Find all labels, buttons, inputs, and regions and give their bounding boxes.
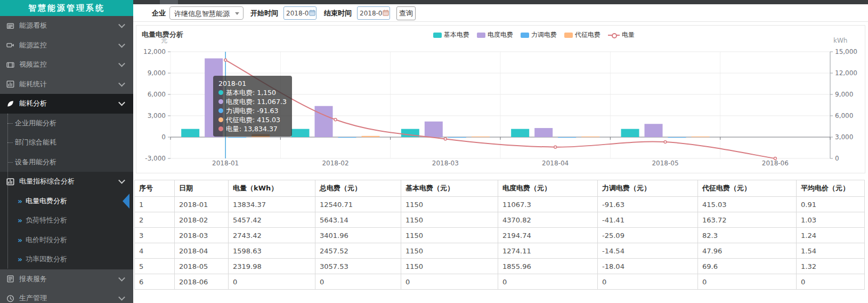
table-cell: 82.3 (698, 228, 797, 243)
sidebar-item-production-management[interactable]: 生产管理 (0, 289, 133, 303)
sidebar-item-energy-analysis[interactable]: 能耗分析 (0, 94, 133, 114)
table-cell: 415.03 (698, 197, 797, 212)
table-header-cell: 序号 (135, 180, 175, 197)
table-cell: 1150 (401, 243, 498, 259)
svg-text:2018-06: 2018-06 (762, 160, 789, 167)
sidebar-item-video-monitoring[interactable]: 视频监控 (0, 55, 133, 75)
svg-text:-3,000: -3,000 (145, 155, 166, 162)
sidebar-item-device-energy-analysis[interactable]: 设备用能分析 (0, 153, 133, 172)
bar-力调电费-2018-05 (668, 137, 686, 138)
table-cell: 1.03 (797, 212, 865, 228)
active-menu-arrow-icon (123, 194, 129, 209)
sidebar-item-load-characteristic-analysis[interactable]: »负荷特性分析 (0, 211, 133, 230)
bar-基本电费-2018-04 (511, 129, 529, 137)
table-header-cell: 电度电费（元） (498, 180, 598, 197)
table-header-cell: 基本电费（元） (401, 180, 498, 197)
table-cell: 4 (135, 243, 175, 259)
query-button[interactable]: 查询 (396, 6, 416, 20)
sidebar-item-label: 设备用能分析 (15, 157, 56, 167)
production-icon (6, 294, 14, 302)
svg-text:6,000: 6,000 (835, 112, 853, 119)
table-row: 32018-032743.423401.9611502194.74-25.098… (135, 228, 865, 243)
table-cell: 3401.96 (315, 228, 401, 243)
sidebar-item-report-service[interactable]: 报表服务 (0, 269, 133, 289)
bar-力调电费-2018-02 (338, 137, 356, 138)
svg-text:0: 0 (161, 133, 166, 141)
bar-基本电费-2018-05 (621, 129, 639, 137)
table-cell: 2018-02 (175, 212, 229, 228)
table-cell: 69.6 (698, 259, 797, 274)
bar-力调电费-2018-04 (558, 137, 576, 138)
sidebar-item-enterprise-energy-analysis[interactable]: 企业用能分析 (0, 114, 133, 133)
table-cell: 2319.98 (229, 259, 315, 274)
table-cell: 5 (135, 259, 175, 274)
sidebar-item-label: 能源监控 (19, 41, 47, 50)
bar-基本电费-2018-02 (291, 129, 310, 137)
table-cell: 1150 (401, 228, 498, 243)
sidebar-item-label: 负荷特性分析 (26, 216, 67, 225)
sidebar-item-power-indicator-comprehensive-analysis[interactable]: 电量指标综合分析 (0, 172, 133, 192)
svg-text:12,000: 12,000 (143, 48, 166, 55)
bar-代征电费-2018-03 (472, 137, 490, 137)
sidebar-item-energy-dashboard[interactable]: 能源看板 (0, 16, 133, 36)
double-chevron-icon: » (18, 255, 22, 264)
table-cell: 1150 (401, 259, 498, 274)
calendar-icon[interactable] (383, 10, 389, 16)
table-header-row: 序号日期电量（kWh）总电费（元）基本电费（元）电度电费（元）力调电费（元）代征… (135, 180, 865, 197)
calendar-icon[interactable] (309, 10, 315, 16)
double-chevron-icon: » (18, 216, 22, 225)
sidebar-item-label: 电量电费分析 (26, 196, 67, 206)
table-row: 22018-025457.425643.1411504370.82-41.411… (135, 212, 865, 228)
table-cell: 2018-05 (175, 259, 229, 274)
table-cell: -18.04 (598, 259, 698, 274)
enterprise-select[interactable]: 许继信息智慧能源 (169, 6, 244, 20)
sidebar-item-power-factor-analysis[interactable]: »功率因数分析 (0, 250, 133, 269)
table-cell: 2018-04 (175, 243, 229, 259)
line-point-2018-01 (224, 59, 227, 61)
table-cell: 1.32 (797, 259, 865, 274)
table-cell: 3 (135, 228, 175, 243)
bar-电度电费-2018-01 (205, 58, 223, 137)
table-cell: 1274.11 (498, 243, 598, 259)
analysis-icon (6, 99, 14, 108)
table-cell: 163.72 (698, 212, 797, 228)
sidebar-item-label: 能源看板 (19, 21, 47, 30)
bar-电度电费-2018-03 (425, 122, 443, 137)
line-point-2018-02 (334, 118, 337, 121)
table-cell: 2457.52 (315, 243, 401, 259)
table-cell: 1.54 (797, 243, 865, 259)
table-cell: 3057.53 (315, 259, 401, 274)
sidebar-item-price-period-analysis[interactable]: »电价时段分析 (0, 230, 133, 250)
table-cell: 0 (229, 274, 315, 290)
table-cell: 0 (498, 274, 598, 290)
end-time-label: 结束时间 (324, 6, 352, 20)
sidebar-item-department-comprehensive-energy[interactable]: 部门综合能耗 (0, 133, 133, 153)
table-row: 42018-041598.632457.5211501274.11-14.544… (135, 243, 865, 259)
table-header-cell: 日期 (175, 180, 229, 197)
video-icon (6, 60, 14, 69)
sidebar-item-label: 功率因数分析 (26, 254, 67, 264)
table-row: 52018-052319.983057.5311501855.96-18.046… (135, 259, 865, 274)
sidebar-tree-line (7, 114, 8, 268)
line-point-2018-06 (774, 157, 776, 160)
table-cell: 47.96 (698, 243, 797, 259)
table-cell: 1855.96 (498, 259, 598, 274)
chevron-down-icon (118, 177, 125, 184)
table-cell: 1150 (401, 212, 498, 228)
sidebar-item-energy-monitoring[interactable]: 能源监控 (0, 36, 133, 55)
line-point-2018-03 (444, 138, 447, 140)
fee-analysis-chart[interactable]: 12,0009,0006,0003,0000-3,00015,00012,000… (136, 26, 865, 173)
table-header-cell: 力调电费（元） (598, 180, 698, 197)
table-cell: -14.54 (598, 243, 698, 259)
table-header-cell: 电量（kWh） (229, 180, 315, 197)
start-time-label: 开始时间 (250, 6, 278, 20)
chevron-down-icon (118, 21, 125, 28)
chevron-down-icon (235, 12, 239, 15)
bar-代征电费-2018-02 (362, 136, 380, 137)
sidebar-item-energy-stats[interactable]: 能耗统计 (0, 75, 133, 94)
svg-text:kWh: kWh (833, 37, 847, 44)
report-icon (6, 275, 14, 283)
sidebar-item-power-fee-analysis[interactable]: »电量电费分析 (0, 192, 133, 211)
table-header-cell: 平均电价（元） (797, 180, 865, 197)
table-cell: 11067.3 (498, 197, 598, 212)
